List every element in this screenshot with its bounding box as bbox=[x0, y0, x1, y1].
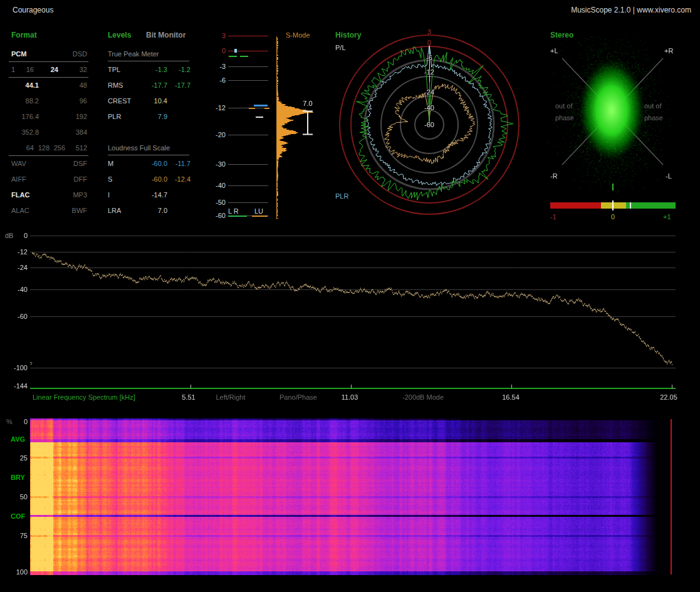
mode-toggle--200db-mode[interactable]: -200dB Mode bbox=[402, 393, 444, 402]
levels-value-2-m: -11.7 bbox=[153, 159, 191, 168]
meter-scale-line--20 bbox=[228, 135, 268, 135]
levels-value-1-m: -60.0 bbox=[130, 159, 167, 168]
correlation-segment-2 bbox=[626, 202, 676, 209]
format-panel: Format PCMDSD116243244.14888.296176.4192… bbox=[0, 0, 700, 592]
corr-label-neg: -1 bbox=[550, 212, 556, 221]
divider bbox=[9, 77, 88, 78]
peak-hold-marker-1 bbox=[240, 56, 248, 57]
spectrogram-unit-label: % bbox=[6, 417, 13, 426]
format-option-bwf: BWF bbox=[50, 206, 87, 215]
spectrum-ytick--12: -12 bbox=[5, 247, 28, 256]
meter-scale-line--6 bbox=[228, 80, 268, 81]
meter-scale-line--3 bbox=[228, 66, 268, 67]
peak-hold-marker-0 bbox=[229, 56, 237, 57]
meter-scale-label--30: -30 bbox=[207, 160, 226, 169]
spectrogram-ytick-0: 0 bbox=[9, 417, 28, 426]
spectrum-xlabel-linear-frequency-spectrum-khz-: Linear Frequency Spectrum [kHz] bbox=[33, 393, 135, 402]
format-option-alac: ALAC bbox=[11, 206, 29, 215]
history-pl-label: P/L bbox=[335, 43, 346, 52]
divider bbox=[9, 61, 88, 62]
levels-row-label-plr: PLR bbox=[108, 112, 121, 121]
format-option-384: 384 bbox=[50, 128, 87, 137]
spectrogram-panel: % 0255075100 AVGBRYCOF bbox=[0, 0, 700, 592]
mode-toggle-left-right[interactable]: Left/Right bbox=[216, 393, 245, 402]
spectrogram-canvas bbox=[30, 418, 676, 575]
shortterm-max-marker-0 bbox=[249, 108, 255, 109]
format-option-1: 1 bbox=[11, 65, 15, 74]
format-option-dff: DFF bbox=[50, 175, 87, 184]
meter-scale-line--60 bbox=[228, 216, 268, 216]
meter-scale-label-0: 0 bbox=[207, 46, 226, 55]
correlation-segment-1 bbox=[601, 202, 626, 209]
format-option-16: 16 bbox=[0, 65, 34, 74]
levels-row-label-m: M bbox=[108, 159, 113, 168]
format-option-44_1: 44.1 bbox=[1, 81, 39, 90]
spectrum-ytick--60: -60 bbox=[5, 312, 28, 321]
spectrum-ytick-0: 0 bbox=[5, 231, 28, 240]
levels-title: Levels bbox=[108, 31, 131, 40]
spectrum-xlabel-16-54: 16.54 bbox=[502, 393, 520, 402]
levels-row-label-rms: RMS bbox=[108, 81, 123, 90]
correlation-segment-0 bbox=[550, 202, 601, 209]
format-title: Format bbox=[11, 31, 37, 40]
spectrogram-ytick-50: 50 bbox=[9, 492, 28, 501]
spectrum-xlabel-22-05: 22.05 bbox=[660, 393, 677, 402]
meter-scale-label--40: -40 bbox=[207, 181, 226, 190]
spectrum-ytick--144: -144 bbox=[5, 382, 28, 390]
meter-legend-underline bbox=[228, 216, 247, 217]
divider bbox=[9, 155, 88, 156]
spectrogram-mode-cof[interactable]: COF bbox=[11, 512, 25, 521]
loudness-section-title: Loudness Full Scale bbox=[108, 143, 170, 152]
levels-row-label-lra: LRA bbox=[108, 206, 121, 215]
spectrum-xlabel-5-51: 5.51 bbox=[182, 393, 195, 402]
stereo-corner-minus-r: -R bbox=[550, 172, 558, 180]
meter-scale-line--12 bbox=[228, 108, 268, 108]
correlation-bar bbox=[550, 202, 676, 209]
levels-value-1-s: -60.0 bbox=[130, 175, 167, 184]
format-option-192: 192 bbox=[50, 112, 87, 121]
spectrogram-mode-bry[interactable]: BRY bbox=[11, 473, 25, 482]
musicscope-window: Courageous MusicScope 2.1.0 | www.xivero… bbox=[0, 0, 700, 592]
meter-scale-label-3: 3 bbox=[207, 31, 226, 40]
playhead-line[interactable] bbox=[671, 419, 672, 574]
format-option-256: 256 bbox=[28, 143, 65, 152]
correlation-marker bbox=[612, 200, 614, 210]
meter-scale-line-0 bbox=[228, 51, 268, 51]
smode-title[interactable]: S-Mode bbox=[286, 31, 310, 39]
levels-value-1-tpl: -1.3 bbox=[130, 65, 167, 74]
format-option-352_8: 352.8 bbox=[1, 128, 39, 137]
levels-row-label-i: I bbox=[108, 190, 110, 199]
meter-scale-label--6: -6 bbox=[207, 76, 226, 85]
format-option-flac: FLAC bbox=[11, 190, 29, 199]
app-version: MusicScope 2.1.0 | www.xivero.com bbox=[571, 6, 691, 15]
out-of-phase-right-1: out of bbox=[644, 101, 662, 110]
history-panel: History P/L PLR 30-6-12-24-40-60 bbox=[0, 0, 700, 592]
meter-scale-line--30 bbox=[228, 164, 268, 165]
stereo-corner-minus-l: -L bbox=[666, 172, 672, 180]
spectrum-panel: dB 0-12-24-40-60-100-144 Linear Frequenc… bbox=[0, 0, 700, 592]
levels-row-label-crest: CREST bbox=[108, 96, 131, 105]
meter-scale-line--50 bbox=[228, 202, 268, 203]
spectrum-xlabel-11-03: 11.03 bbox=[342, 393, 358, 402]
format-option-64: 64 bbox=[0, 143, 34, 152]
tab-bit-monitor[interactable]: Bit Monitor bbox=[146, 31, 185, 40]
levels-value-1-plr: 7.9 bbox=[130, 112, 167, 121]
format-option-pcm: PCM bbox=[11, 49, 26, 58]
levels-value-2-rms: -17.7 bbox=[153, 81, 191, 90]
smode-histogram-canvas bbox=[276, 31, 333, 222]
levels-row-label-tpl: TPL bbox=[108, 65, 120, 74]
levels-value-2-s: -12.4 bbox=[153, 175, 191, 184]
format-option-mp3: MP3 bbox=[50, 190, 87, 199]
meter-legend-underline bbox=[252, 216, 268, 217]
mode-toggle-pano-phase[interactable]: Pano/Phase bbox=[279, 393, 317, 402]
history-polar-canvas bbox=[332, 28, 526, 226]
format-option-96: 96 bbox=[50, 96, 87, 105]
stereo-corner-plus-l: +L bbox=[550, 46, 558, 55]
spectrogram-mode-avg[interactable]: AVG bbox=[11, 435, 25, 444]
stereo-title: Stereo bbox=[550, 31, 573, 40]
history-scale-label-3: 3 bbox=[427, 28, 431, 36]
format-option-dsd: DSD bbox=[50, 49, 87, 58]
true-peak-section-title: True Peak Meter bbox=[108, 49, 159, 58]
meter-scale-line--40 bbox=[228, 185, 268, 186]
history-scale-label-0: 0 bbox=[427, 38, 431, 47]
